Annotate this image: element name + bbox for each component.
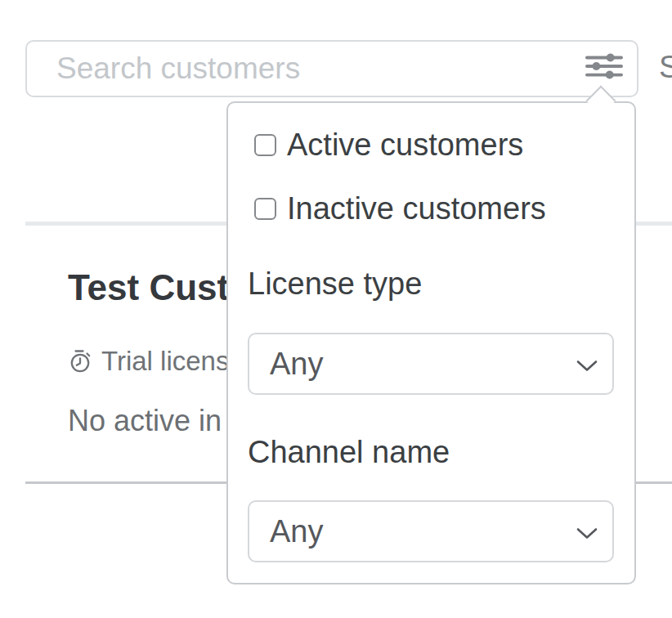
inactive-customers-option[interactable]: Inactive customers bbox=[254, 191, 546, 226]
inactive-customers-checkbox[interactable] bbox=[254, 198, 276, 220]
license-info-row: Trial licens bbox=[68, 346, 229, 377]
inactive-customers-label: Inactive customers bbox=[287, 191, 546, 226]
chevron-down-icon bbox=[576, 527, 598, 540]
channel-name-value: Any bbox=[270, 514, 323, 549]
license-type-value: Any bbox=[270, 347, 323, 382]
chevron-down-icon bbox=[576, 360, 598, 372]
active-customers-option[interactable]: Active customers bbox=[254, 128, 523, 163]
license-type-select[interactable]: Any bbox=[248, 333, 614, 395]
active-customers-checkbox[interactable] bbox=[254, 134, 276, 156]
license-info-text: Trial licens bbox=[101, 346, 229, 377]
filter-button[interactable] bbox=[579, 46, 629, 87]
license-type-label: License type bbox=[248, 266, 422, 302]
filter-popover: Active customers Inactive customers Lice… bbox=[226, 101, 636, 584]
channel-name-label: Channel name bbox=[248, 434, 450, 470]
timer-icon bbox=[68, 349, 92, 374]
sliders-icon bbox=[585, 53, 623, 79]
active-customers-label: Active customers bbox=[287, 128, 523, 163]
truncated-right-label: S bbox=[659, 50, 672, 84]
search-input[interactable] bbox=[25, 40, 638, 97]
instance-status-text: No active in bbox=[68, 404, 222, 438]
customer-search-page: S Test Cust Trial licens No active in Ac… bbox=[0, 0, 672, 618]
channel-name-select[interactable]: Any bbox=[248, 500, 614, 562]
customer-name-heading: Test Cust bbox=[68, 267, 229, 308]
